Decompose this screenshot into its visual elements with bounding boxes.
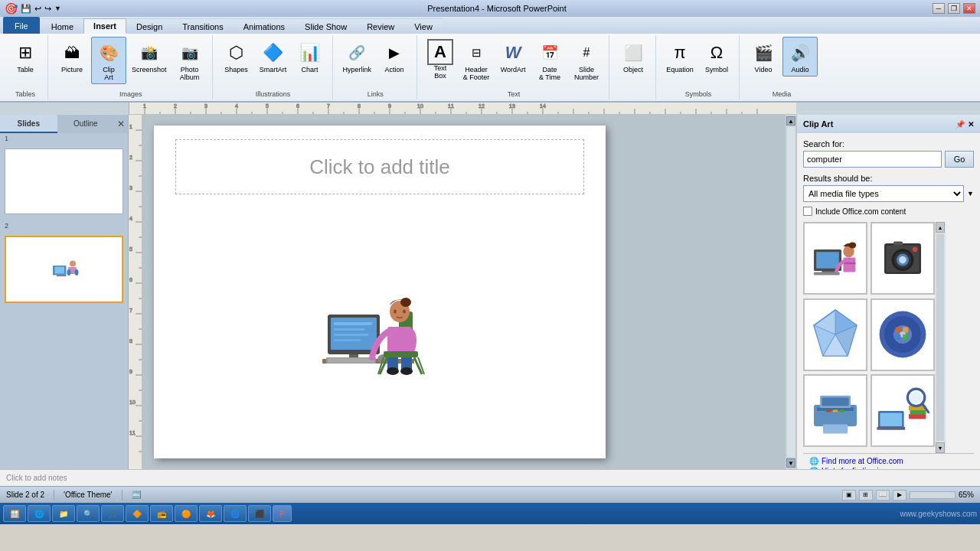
outline-tab[interactable]: Outline	[57, 115, 115, 133]
search-input[interactable]	[803, 151, 942, 168]
quick-customize[interactable]: ▼	[54, 5, 61, 12]
view-controls: ▣ ⊞ 📖 ▶ 65%	[842, 490, 974, 500]
workspace-scrollbar[interactable]: ▲ ▼	[786, 115, 796, 469]
insert-video-button[interactable]: 🎬 Video	[746, 37, 781, 77]
insert-smartart-button[interactable]: 🔷 SmartArt	[256, 37, 291, 77]
clipart-scrollbar[interactable]: ▲ ▼	[935, 222, 946, 453]
clipart-scrollbar-down[interactable]: ▼	[936, 442, 945, 453]
tab-view[interactable]: View	[404, 18, 443, 34]
title-bar-controls[interactable]: ─ ❐ ✕	[933, 3, 975, 14]
insert-slidenumber-button[interactable]: # SlideNumber	[569, 37, 604, 84]
spell-icon[interactable]: 🔤	[132, 491, 141, 499]
svg-text:4: 4	[235, 103, 238, 109]
include-office-checkbox[interactable]	[803, 207, 812, 216]
clip-art-pin-icon[interactable]: 📌	[956, 120, 965, 129]
slide-canvas[interactable]: Click to add title	[154, 126, 606, 458]
tab-design[interactable]: Design	[126, 18, 172, 34]
taskbar-vlc[interactable]: 🔶	[126, 505, 149, 522]
insert-hyperlink-button[interactable]: 🔗 Hyperlink	[339, 37, 376, 77]
tab-home[interactable]: Home	[41, 18, 83, 34]
svg-text:13: 13	[509, 103, 515, 109]
scrollbar-down[interactable]: ▼	[786, 458, 795, 468]
app-icon: 🎯	[5, 2, 18, 15]
unknown-icon: ⬛	[255, 510, 264, 518]
insert-symbol-button[interactable]: Ω Symbol	[699, 37, 734, 77]
vruler-ticks: 1 2 3 4 5 6 7 8 9	[129, 115, 142, 469]
insert-picture-button[interactable]: 🏔 Picture	[54, 37, 90, 77]
tab-insert[interactable]: Insert	[83, 18, 126, 34]
reading-view-btn[interactable]: 📖	[876, 490, 890, 500]
quick-save[interactable]: 💾	[21, 4, 31, 14]
insert-shapes-button[interactable]: ⬡ Shapes	[219, 37, 254, 77]
clip-art-title: Clip Art	[803, 119, 833, 129]
tab-transitions[interactable]: Transitions	[172, 18, 233, 34]
insert-chart-button[interactable]: 📊 Chart	[292, 37, 328, 77]
zoom-slider[interactable]	[910, 491, 956, 499]
tab-file[interactable]: File	[3, 17, 40, 34]
clipart-scrollbar-track	[936, 234, 944, 441]
slide-panel-close[interactable]: ✕	[114, 115, 128, 133]
taskbar-media[interactable]: 🎵	[101, 505, 124, 522]
clipart-item-5[interactable]	[803, 374, 867, 447]
tab-slideshow[interactable]: Slide Show	[295, 18, 357, 34]
svg-text:1: 1	[129, 124, 132, 129]
taskbar-firefox[interactable]: 🦊	[199, 505, 222, 522]
ribbon-group-images: 🏔 Picture 🎨 ClipArt 📸 Screenshot 📷 Photo…	[50, 35, 213, 99]
slide-2-thumbnail[interactable]	[5, 236, 123, 303]
taskbar-explorer[interactable]: 📁	[52, 505, 75, 522]
clipart-item-6[interactable]	[871, 374, 935, 447]
notes-bar[interactable]: Click to add notes	[0, 469, 980, 486]
go-button[interactable]: Go	[945, 151, 974, 168]
insert-clipart-button[interactable]: 🎨 ClipArt	[91, 37, 126, 84]
taskbar-search[interactable]: 🔍	[77, 505, 100, 522]
slide-sorter-btn[interactable]: ⊞	[859, 490, 873, 500]
clip-art-close-icon[interactable]: ✕	[968, 120, 974, 129]
tab-review[interactable]: Review	[357, 18, 404, 34]
clipart-1-preview	[805, 228, 866, 289]
clipart-item-4[interactable]	[871, 298, 935, 371]
quick-undo[interactable]: ↩	[34, 4, 41, 14]
restore-button[interactable]: ❐	[948, 3, 960, 14]
slide-1-preview	[7, 151, 121, 212]
insert-textbox-button[interactable]: A TextBox	[423, 37, 457, 83]
clipart-item-2[interactable]	[871, 222, 935, 295]
close-button[interactable]: ✕	[963, 3, 975, 14]
insert-photoalbum-button[interactable]: 📷 PhotoAlbum	[172, 37, 207, 84]
hints-link[interactable]: 🌐 Hints for finding images	[809, 467, 968, 469]
tab-animations[interactable]: Animations	[234, 18, 295, 34]
taskbar-unknown[interactable]: ⬛	[248, 505, 271, 522]
slideshow-btn[interactable]: ▶	[893, 490, 906, 500]
slide-title-placeholder[interactable]: Click to add title	[175, 139, 584, 194]
normal-view-btn[interactable]: ▣	[842, 490, 856, 500]
insert-equation-button[interactable]: π Equation	[662, 37, 697, 77]
taskbar-chrome[interactable]: 🌀	[224, 505, 247, 522]
insert-object-button[interactable]: ⬜ Object	[616, 37, 651, 77]
scrollbar-up[interactable]: ▲	[786, 116, 795, 126]
svg-rect-103	[334, 328, 364, 331]
quick-redo[interactable]: ↪	[44, 4, 51, 14]
taskbar-app1[interactable]: 🟠	[175, 505, 198, 522]
minimize-button[interactable]: ─	[933, 3, 945, 14]
slides-tab[interactable]: Slides	[0, 115, 57, 133]
taskbar-winamp[interactable]: 📻	[150, 505, 173, 522]
insert-audio-button[interactable]: 🔊 Audio	[782, 37, 818, 77]
insert-action-button[interactable]: ▶ Action	[377, 37, 412, 77]
ruler-corner	[0, 103, 129, 115]
svg-text:8: 8	[358, 103, 361, 109]
taskbar-ie[interactable]: 🌐	[28, 505, 51, 522]
clipart-scrollbar-up[interactable]: ▲	[936, 222, 945, 233]
results-select[interactable]: All media file types	[803, 185, 964, 202]
start-button[interactable]: 🪟	[3, 505, 26, 522]
insert-screenshot-button[interactable]: 📸 Screenshot	[128, 37, 171, 77]
taskbar-powerpoint[interactable]: P	[273, 505, 292, 522]
slide-1-thumbnail[interactable]	[5, 148, 123, 214]
insert-wordart-button[interactable]: W WordArt	[495, 37, 531, 77]
insert-header-button[interactable]: ⊟ Header& Footer	[459, 37, 494, 84]
clipart-6-preview	[872, 380, 933, 442]
clipart-item-3[interactable]	[803, 298, 867, 371]
insert-date-button[interactable]: 📅 Date& Time	[532, 37, 567, 84]
insert-table-button[interactable]: ⊞ Table	[8, 37, 43, 77]
svg-rect-157	[822, 397, 848, 406]
clipart-item-1[interactable]	[803, 222, 867, 295]
office-link[interactable]: 🌐 Find more at Office.com	[809, 457, 968, 465]
